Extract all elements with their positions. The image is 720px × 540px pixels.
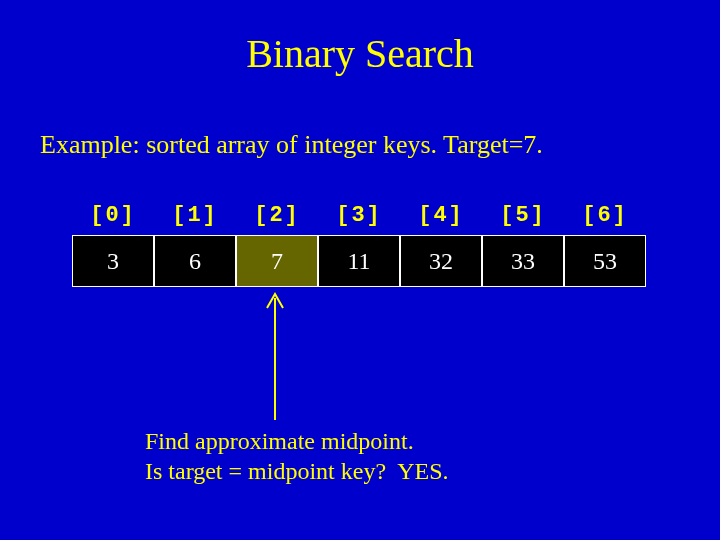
index-cell: [6] bbox=[564, 195, 646, 235]
slide: Binary Search Example: sorted array of i… bbox=[0, 0, 720, 540]
value-cell: 33 bbox=[482, 235, 564, 287]
index-cell: [1] bbox=[154, 195, 236, 235]
caption-text: Find approximate midpoint. Is target = m… bbox=[145, 426, 449, 486]
value-row: 3 6 7 11 32 33 53 bbox=[72, 235, 646, 287]
index-cell: [5] bbox=[482, 195, 564, 235]
value-cell: 11 bbox=[318, 235, 400, 287]
arrow-up-icon bbox=[265, 290, 285, 420]
page-title: Binary Search bbox=[0, 30, 720, 77]
value-cell: 3 bbox=[72, 235, 154, 287]
index-row: [0] [1] [2] [3] [4] [5] [6] bbox=[72, 195, 646, 235]
value-cell: 53 bbox=[564, 235, 646, 287]
index-cell: [2] bbox=[236, 195, 318, 235]
value-cell-midpoint: 7 bbox=[236, 235, 318, 287]
example-subtitle: Example: sorted array of integer keys. T… bbox=[40, 130, 543, 160]
value-cell: 32 bbox=[400, 235, 482, 287]
index-cell: [0] bbox=[72, 195, 154, 235]
value-cell: 6 bbox=[154, 235, 236, 287]
index-cell: [4] bbox=[400, 195, 482, 235]
index-cell: [3] bbox=[318, 195, 400, 235]
array-diagram: [0] [1] [2] [3] [4] [5] [6] 3 6 7 11 32 … bbox=[72, 195, 646, 287]
